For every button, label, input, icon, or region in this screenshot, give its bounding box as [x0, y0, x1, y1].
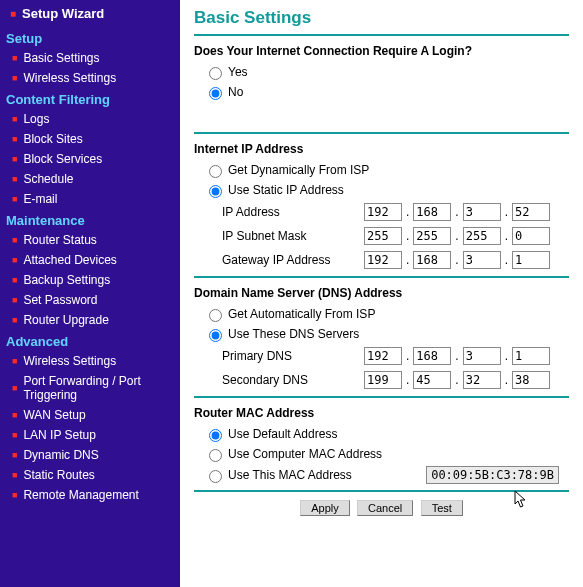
primary-dns-octet-4[interactable] [512, 347, 550, 365]
sidebar-item[interactable]: ■Wireless Settings [0, 68, 180, 88]
mac-address-value: 00:09:5B:C3:78:9B [426, 466, 559, 484]
gateway-octet-1[interactable] [364, 251, 402, 269]
login-yes-label: Yes [228, 65, 248, 79]
sidebar-item-label: Wireless Settings [23, 71, 116, 85]
mac-default-row[interactable]: Use Default Address [194, 424, 569, 444]
sidebar-top-label: Setup Wizard [22, 6, 104, 21]
mac-computer-radio[interactable] [209, 449, 222, 462]
page-title: Basic Settings [194, 8, 569, 28]
cancel-button[interactable]: Cancel [357, 500, 413, 516]
sidebar-item[interactable]: ■Attached Devices [0, 250, 180, 270]
subnet-octet-4[interactable] [512, 227, 550, 245]
login-question: Does Your Internet Connection Require A … [194, 44, 569, 58]
login-yes-radio[interactable] [209, 67, 222, 80]
login-no-row[interactable]: No [194, 82, 569, 102]
sidebar-item[interactable]: ■Router Upgrade [0, 310, 180, 330]
bullet-icon: ■ [12, 383, 17, 393]
subnet-octet-2[interactable] [413, 227, 451, 245]
dns-auto-radio[interactable] [209, 309, 222, 322]
ip-dynamic-radio[interactable] [209, 165, 222, 178]
dns-these-radio[interactable] [209, 329, 222, 342]
secondary-dns-group: . . . [364, 371, 550, 389]
sidebar-item-label: Router Status [23, 233, 96, 247]
mac-default-label: Use Default Address [228, 427, 337, 441]
ip-address-octet-2[interactable] [413, 203, 451, 221]
subnet-octet-3[interactable] [463, 227, 501, 245]
bullet-icon: ■ [12, 235, 17, 245]
sidebar-item[interactable]: ■Schedule [0, 169, 180, 189]
secondary-dns-octet-4[interactable] [512, 371, 550, 389]
sidebar-item[interactable]: ■LAN IP Setup [0, 425, 180, 445]
bullet-icon: ■ [12, 194, 17, 204]
sidebar-item-label: Static Routes [23, 468, 94, 482]
sidebar-item[interactable]: ■Static Routes [0, 465, 180, 485]
ip-static-row[interactable]: Use Static IP Address [194, 180, 569, 200]
primary-dns-octet-3[interactable] [463, 347, 501, 365]
sidebar-item-setup-wizard[interactable]: ■ Setup Wizard [0, 4, 180, 27]
login-no-radio[interactable] [209, 87, 222, 100]
sidebar-item[interactable]: ■Router Status [0, 230, 180, 250]
sidebar-item[interactable]: ■Backup Settings [0, 270, 180, 290]
bullet-icon: ■ [12, 450, 17, 460]
sidebar-item-label: WAN Setup [23, 408, 85, 422]
sidebar-item[interactable]: ■Block Sites [0, 129, 180, 149]
bullet-icon: ■ [12, 470, 17, 480]
mac-section-title: Router MAC Address [194, 406, 569, 420]
bullet-icon: ■ [12, 275, 17, 285]
primary-dns-octet-1[interactable] [364, 347, 402, 365]
separator [194, 276, 569, 278]
bullet-icon: ■ [12, 114, 17, 124]
sidebar-item[interactable]: ■Logs [0, 109, 180, 129]
login-no-label: No [228, 85, 243, 99]
sidebar-item[interactable]: ■Block Services [0, 149, 180, 169]
secondary-dns-octet-3[interactable] [463, 371, 501, 389]
ip-static-radio[interactable] [209, 185, 222, 198]
gateway-octet-2[interactable] [413, 251, 451, 269]
secondary-dns-octet-2[interactable] [413, 371, 451, 389]
ip-address-octet-3[interactable] [463, 203, 501, 221]
bullet-icon: ■ [12, 430, 17, 440]
secondary-dns-octet-1[interactable] [364, 371, 402, 389]
login-yes-row[interactable]: Yes [194, 62, 569, 82]
sidebar-item[interactable]: ■Port Forwarding / Port Triggering [0, 371, 180, 405]
ip-address-octet-1[interactable] [364, 203, 402, 221]
dns-these-row[interactable]: Use These DNS Servers [194, 324, 569, 344]
bullet-icon: ■ [12, 410, 17, 420]
separator [194, 396, 569, 398]
mac-this-radio[interactable] [209, 470, 222, 483]
ip-address-octet-4[interactable] [512, 203, 550, 221]
button-bar: Apply Cancel Test [194, 500, 569, 516]
sidebar-item[interactable]: ■Remote Management [0, 485, 180, 505]
sidebar-item[interactable]: ■Dynamic DNS [0, 445, 180, 465]
sidebar-item-label: Wireless Settings [23, 354, 116, 368]
bullet-icon: ■ [12, 295, 17, 305]
sidebar-item[interactable]: ■Basic Settings [0, 48, 180, 68]
primary-dns-label: Primary DNS [222, 349, 364, 363]
apply-button[interactable]: Apply [300, 500, 350, 516]
sidebar-item-label: Port Forwarding / Port Triggering [23, 374, 174, 402]
dns-section-title: Domain Name Server (DNS) Address [194, 286, 569, 300]
sidebar-item-label: Backup Settings [23, 273, 110, 287]
mac-this-row[interactable]: Use This MAC Address 00:09:5B:C3:78:9B [194, 464, 569, 486]
bullet-icon: ■ [12, 356, 17, 366]
ip-static-label: Use Static IP Address [228, 183, 344, 197]
dns-auto-row[interactable]: Get Automatically From ISP [194, 304, 569, 324]
primary-dns-octet-2[interactable] [413, 347, 451, 365]
subnet-octet-1[interactable] [364, 227, 402, 245]
gateway-octet-4[interactable] [512, 251, 550, 269]
test-button[interactable]: Test [421, 500, 463, 516]
mac-computer-row[interactable]: Use Computer MAC Address [194, 444, 569, 464]
gateway-input-group: . . . [364, 251, 550, 269]
bullet-icon: ■ [12, 134, 17, 144]
sidebar-item[interactable]: ■Wireless Settings [0, 351, 180, 371]
sidebar-item-label: Logs [23, 112, 49, 126]
ip-dynamic-row[interactable]: Get Dynamically From ISP [194, 160, 569, 180]
sidebar-item[interactable]: ■Set Password [0, 290, 180, 310]
bullet-icon: ■ [12, 255, 17, 265]
sidebar-item[interactable]: ■WAN Setup [0, 405, 180, 425]
gateway-octet-3[interactable] [463, 251, 501, 269]
mac-default-radio[interactable] [209, 429, 222, 442]
sidebar-item[interactable]: ■E-mail [0, 189, 180, 209]
mac-this-label: Use This MAC Address [228, 468, 352, 482]
main-panel: Basic Settings Does Your Internet Connec… [180, 0, 583, 587]
